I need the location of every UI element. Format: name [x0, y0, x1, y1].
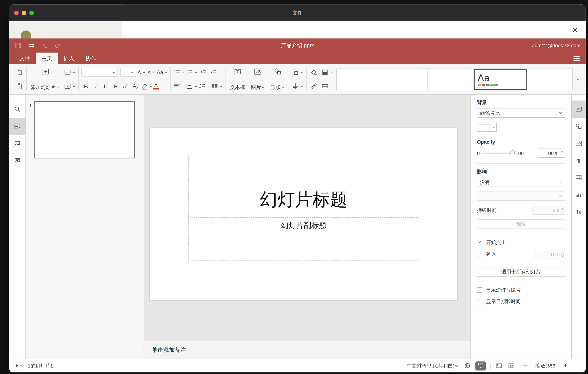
show-slide-number-label: 显示幻灯片编号 — [486, 287, 521, 294]
slide-settings-icon — [575, 106, 582, 113]
text-art-settings-button[interactable]: Ta — [572, 203, 586, 220]
copy-button[interactable] — [14, 67, 24, 77]
slide-subtitle-placeholder[interactable]: 幻灯片副标题 — [188, 217, 419, 261]
redo-button[interactable] — [54, 42, 62, 49]
add-slide-button[interactable]: 添加幻灯片 — [29, 66, 61, 92]
insert-shape-button[interactable]: 形状 — [269, 66, 286, 92]
highlight-color-button[interactable] — [141, 81, 153, 91]
transition-option-select[interactable] — [477, 191, 565, 201]
search-panel-button[interactable] — [9, 100, 25, 118]
chat-panel-button[interactable] — [9, 152, 25, 169]
background-color-picker[interactable] — [477, 122, 497, 132]
zoom-out-button[interactable]: − — [521, 362, 529, 370]
slides-panel-button[interactable] — [9, 118, 25, 135]
font-size-combo[interactable] — [120, 68, 136, 77]
superscript-button[interactable]: A2 — [121, 81, 130, 91]
preview-transition-button[interactable]: 预览 — [477, 220, 565, 229]
start-slideshow-status-button[interactable] — [14, 363, 24, 369]
shape-settings-button[interactable] — [572, 118, 586, 135]
opacity-slider-knob[interactable] — [510, 150, 515, 155]
font-name-combo[interactable] — [81, 68, 118, 77]
slide-size-button[interactable] — [322, 81, 333, 91]
theme-gallery-expand-button[interactable] — [573, 68, 583, 90]
slide-layout-button[interactable] — [64, 67, 76, 77]
font-color-button[interactable]: A — [153, 81, 163, 91]
insert-textbox-button[interactable]: 文本框 — [229, 66, 246, 92]
theme-item[interactable] — [382, 69, 428, 90]
undo-button[interactable] — [41, 42, 48, 49]
copy-style-button[interactable] — [309, 81, 318, 91]
theme-item[interactable] — [428, 69, 474, 90]
insert-shape-group: 形状 — [268, 66, 288, 93]
align-shape-button[interactable] — [292, 81, 304, 91]
theme-item[interactable] — [527, 69, 572, 90]
strikethrough-button[interactable]: S — [111, 81, 120, 91]
arrange-shape-button[interactable] — [292, 67, 304, 77]
preview-bar — [9, 21, 586, 38]
duration-spinner[interactable]: 2 s — [532, 206, 565, 215]
document-language-button[interactable] — [463, 362, 471, 369]
editing-canvas[interactable]: 幻灯片标题 幻灯片副标题 — [143, 95, 471, 341]
image-settings-button[interactable] — [572, 135, 586, 152]
paragraph-settings-button[interactable]: ¶ — [572, 152, 586, 169]
decrease-font-button[interactable]: A — [147, 67, 156, 77]
comments-panel-button[interactable] — [9, 135, 25, 152]
insert-image-button[interactable]: 图片 — [250, 66, 266, 92]
start-slideshow-button[interactable] — [64, 81, 76, 91]
slide-thumbnail[interactable] — [34, 101, 135, 158]
zoom-in-button[interactable]: + — [561, 362, 570, 370]
increase-indent-button[interactable] — [209, 67, 218, 77]
shape-fill-button[interactable] — [322, 67, 333, 77]
decrease-indent-button[interactable] — [199, 67, 208, 77]
start-on-click-checkbox[interactable]: ✓ — [477, 240, 482, 245]
show-slide-number-checkbox[interactable] — [477, 287, 482, 293]
delay-spinner[interactable]: 10 s — [534, 250, 565, 259]
background-fill-select[interactable]: 颜色填充 — [477, 109, 565, 118]
language-selector[interactable]: 中文(中华人民共和国) — [407, 362, 458, 369]
vertical-align-button[interactable] — [186, 81, 198, 91]
tab-home[interactable]: 主页 — [36, 53, 58, 64]
line-spacing-button[interactable] — [199, 81, 210, 91]
menu-icon[interactable] — [574, 56, 579, 61]
transition-select[interactable]: 没有 — [477, 178, 565, 187]
show-date-checkbox[interactable] — [477, 299, 482, 304]
change-case-button[interactable]: Aa — [157, 67, 168, 77]
close-traffic-light[interactable] — [14, 11, 19, 15]
notes-area[interactable]: 单击添加备注 — [143, 341, 471, 359]
apply-to-all-slides-button[interactable]: 适用于所有幻灯片 — [477, 267, 565, 277]
theme-item-selected[interactable]: Aa — [474, 69, 527, 90]
spell-check-button[interactable]: ABC ✓ — [475, 361, 486, 370]
textbox-icon — [233, 67, 242, 76]
opacity-spinner[interactable]: 100 % — [538, 149, 565, 158]
theme-item[interactable] — [337, 69, 382, 90]
subscript-button[interactable]: A2 — [131, 81, 140, 91]
fit-slide-button[interactable] — [495, 362, 503, 369]
bullet-list-button[interactable] — [174, 67, 185, 77]
print-button[interactable] — [28, 42, 35, 49]
increase-font-button[interactable]: A — [137, 67, 146, 77]
bold-button[interactable]: B — [81, 81, 91, 91]
tab-file[interactable]: 文件 — [14, 53, 36, 64]
minimize-traffic-light[interactable] — [22, 11, 26, 15]
horizontal-align-button[interactable] — [174, 81, 185, 91]
delay-label: 延迟 — [486, 251, 496, 258]
tab-insert[interactable]: 插入 — [58, 53, 80, 64]
slide[interactable]: 幻灯片标题 幻灯片副标题 — [150, 128, 457, 300]
table-settings-button[interactable] — [572, 169, 586, 186]
zoom-traffic-light[interactable] — [29, 11, 34, 15]
delay-checkbox[interactable] — [477, 252, 482, 257]
paste-button[interactable] — [14, 81, 24, 91]
columns-button[interactable] — [211, 81, 223, 91]
tab-collaboration[interactable]: 协作 — [80, 53, 102, 64]
italic-button[interactable]: I — [91, 81, 101, 91]
chart-settings-button[interactable] — [572, 186, 586, 204]
close-preview-button[interactable] — [569, 24, 581, 36]
fit-width-button[interactable] — [508, 362, 515, 369]
slide-settings-button[interactable] — [572, 100, 586, 118]
save-button[interactable] — [14, 42, 22, 49]
underline-button[interactable]: U — [101, 81, 110, 91]
slide-title-placeholder[interactable]: 幻灯片标题 — [188, 156, 419, 217]
numbered-list-button[interactable] — [186, 67, 198, 77]
opacity-slider[interactable] — [481, 153, 514, 154]
clear-style-button[interactable] — [309, 67, 318, 77]
